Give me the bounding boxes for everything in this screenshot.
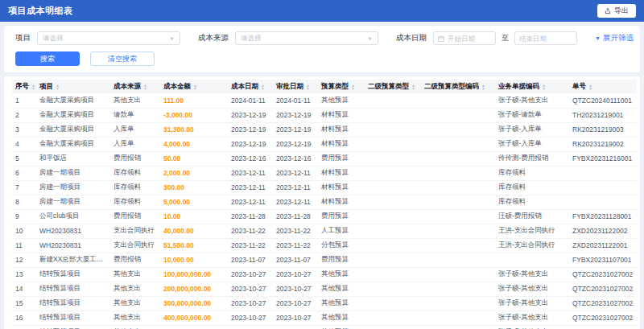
- table-row: 11WH20230831支出合同执行51,500.002023-11-22202…: [12, 238, 637, 253]
- cell: 其他支出: [110, 282, 160, 296]
- column-header-1[interactable]: 序号▲▼: [12, 80, 36, 93]
- sort-icon[interactable]: ▲▼: [306, 84, 310, 90]
- cell: 新建XX总部大厦工程二期: [36, 253, 110, 267]
- table-row: 6房建一期项目库存领料2,000.002023-12-112023-12-11材…: [12, 166, 637, 180]
- cell: 100,000,000.00: [160, 267, 228, 282]
- cell: 人工预算: [318, 224, 365, 238]
- cell: QTZC20231027002: [569, 296, 637, 310]
- table-row: 5和平饭店费用报销50.002023-12-162023-12-16费用预算伶伶…: [12, 151, 637, 166]
- sort-icon[interactable]: ▲▼: [588, 84, 592, 90]
- cell: 2024-01-11: [273, 93, 318, 108]
- cell: 结转预算项目: [36, 325, 110, 329]
- cost-source-select[interactable]: 请选择 ▼: [235, 31, 378, 45]
- sort-icon[interactable]: ▲▼: [542, 84, 546, 90]
- cell: 材料预算: [318, 166, 365, 180]
- cell: 库存领料: [495, 195, 569, 209]
- cell: [365, 267, 421, 282]
- cell: 张子硕-入库单: [495, 122, 569, 137]
- cell: RK20231219002: [569, 137, 637, 151]
- cell: TH20231219001: [569, 108, 637, 122]
- cell: 结转预算项目: [36, 282, 110, 296]
- sort-icon[interactable]: ▲▼: [351, 84, 355, 90]
- cell: [421, 137, 495, 151]
- cell: 2023-12-11: [273, 195, 318, 209]
- clear-search-button[interactable]: 清空搜索: [90, 51, 155, 66]
- cell: 库存领料: [110, 166, 160, 180]
- cell: QTZC20231027002: [569, 325, 637, 329]
- cell: [421, 267, 495, 282]
- cell: 5: [12, 151, 36, 166]
- column-header-11[interactable]: 单号▲▼: [569, 80, 637, 93]
- expand-filters-link[interactable]: ▼ 展开筛选: [595, 33, 634, 43]
- cell: 张子硕-其他支出: [495, 93, 569, 108]
- sort-icon[interactable]: ▲▼: [56, 84, 60, 90]
- column-header-4[interactable]: 成本金额▲▼: [160, 80, 228, 93]
- sort-icon[interactable]: ▲▼: [193, 84, 197, 90]
- cost-date-filter-label: 成本日期: [396, 33, 427, 43]
- calendar-icon: [438, 35, 444, 42]
- column-label: 序号: [15, 82, 29, 92]
- column-label: 成本金额: [163, 82, 191, 92]
- cell: 张子硕-其他支出: [495, 267, 569, 282]
- project-filter: 项目 请选择 ▼: [15, 31, 180, 45]
- chevron-down-icon: ▼: [595, 35, 601, 41]
- cell: 2023-11-07: [273, 253, 318, 267]
- cell: [421, 224, 495, 238]
- column-label: 预算类型: [321, 82, 349, 92]
- cell: 7: [12, 180, 36, 195]
- cell: 费用报销: [110, 151, 160, 166]
- cell: 金融大厦采购项目: [36, 137, 110, 151]
- cell: 300.00: [160, 180, 228, 195]
- cell: [365, 310, 421, 325]
- column-header-10[interactable]: 业务单据编码▲▼: [495, 80, 569, 93]
- date-end-input[interactable]: [519, 35, 572, 43]
- cell: [365, 166, 421, 180]
- cell: 10: [12, 224, 36, 238]
- cell: 4,000.00: [160, 137, 228, 151]
- cell: 2023-11-28: [273, 209, 318, 224]
- column-header-2[interactable]: 项目▲▼: [36, 80, 110, 93]
- date-start-input[interactable]: [448, 35, 491, 43]
- cell: [421, 180, 495, 195]
- cell: WH20230831: [36, 238, 110, 253]
- cell: [421, 209, 495, 224]
- column-header-7[interactable]: 预算类型▲▼: [318, 80, 365, 93]
- sort-icon[interactable]: ▲▼: [31, 84, 35, 90]
- cell: 伶伶测-费用报销: [495, 151, 569, 166]
- cell: [365, 195, 421, 209]
- cell: 其他支出: [110, 93, 160, 108]
- cell: 请款单: [110, 108, 160, 122]
- sort-icon[interactable]: ▲▼: [261, 84, 265, 90]
- project-select[interactable]: 请选择 ▼: [37, 31, 180, 45]
- column-header-3[interactable]: 成本来源▲▼: [110, 80, 160, 93]
- column-label: 成本来源: [114, 82, 141, 92]
- sort-icon[interactable]: ▲▼: [143, 84, 147, 90]
- cell: 材料预算: [318, 137, 365, 151]
- sort-icon[interactable]: ▲▼: [481, 84, 485, 90]
- column-header-5[interactable]: 成本日期▲▼: [228, 80, 273, 93]
- column-label: 单号: [572, 82, 586, 92]
- cell: 5,000.00: [160, 195, 228, 209]
- cell: [569, 195, 637, 209]
- cell: 400,000,000.00: [160, 310, 228, 325]
- cell: 10,000.00: [160, 253, 228, 267]
- project-select-placeholder: 请选择: [43, 34, 64, 43]
- sort-icon[interactable]: ▲▼: [411, 84, 415, 90]
- cell: 2023-10-27: [228, 296, 273, 310]
- column-header-9[interactable]: 二级预算类型编码▲▼: [421, 80, 495, 93]
- cell: 费用预算: [318, 151, 365, 166]
- cell: 2023-12-11: [273, 180, 318, 195]
- cell: 2023-10-27: [228, 325, 273, 329]
- search-button[interactable]: 搜索: [15, 51, 80, 66]
- table-body: 1金融大厦采购项目其他支出111.002024-01-112024-01-11其…: [12, 93, 637, 329]
- page-title: 项目成本明细表: [8, 5, 73, 17]
- chevron-down-icon: ▼: [367, 36, 373, 41]
- cell: [421, 296, 495, 310]
- export-button[interactable]: 导出: [597, 4, 636, 18]
- filter-row: 项目 请选择 ▼ 成本来源 请选择 ▼ 成本日期 至: [15, 31, 629, 45]
- column-header-8[interactable]: 二级预算类型▲▼: [365, 80, 421, 93]
- cell: 14: [12, 282, 36, 296]
- cell: 2023-10-27: [273, 296, 318, 310]
- cell: 9: [12, 209, 36, 224]
- column-header-6[interactable]: 审批日期▲▼: [273, 80, 318, 93]
